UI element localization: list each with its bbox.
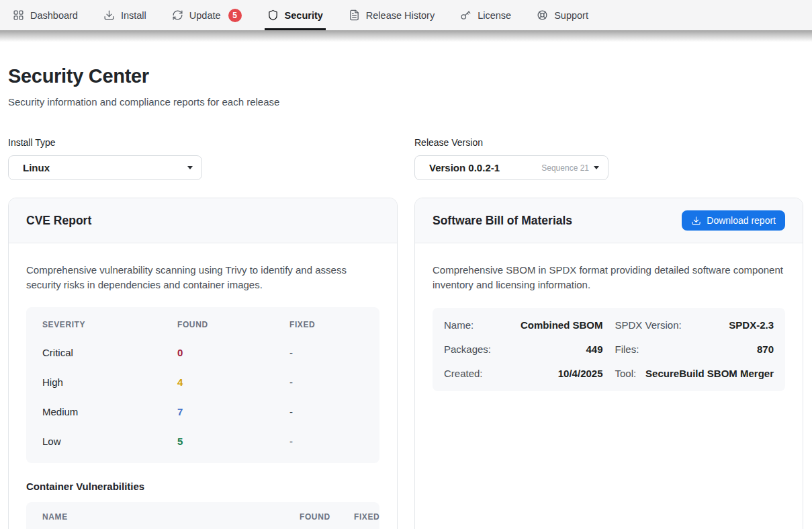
fixed-count: - <box>289 347 363 358</box>
nav-label: Update <box>189 10 221 21</box>
sbom-detail-created: Created: 10/4/2025 <box>444 362 603 386</box>
severity-name: Critical <box>42 347 177 358</box>
found-count: 4 <box>177 376 289 388</box>
fixed-count: - <box>289 406 363 417</box>
page-subtitle: Security information and compliance repo… <box>8 96 803 108</box>
top-navigation: Dashboard Install Update 5 Security Rele… <box>0 0 812 30</box>
name-column-header: NAME <box>42 512 300 522</box>
found-column-header: FOUND <box>177 320 289 329</box>
detail-value: 10/4/2025 <box>558 368 603 379</box>
found-count: 0 <box>177 347 289 358</box>
container-vulnerabilities-table-header: NAME FOUND FIXED <box>26 502 379 529</box>
severity-name: High <box>42 376 177 388</box>
release-version-value: Version 0.0.2-1 <box>429 162 500 173</box>
sbom-detail-spdx-version: SPDX Version: SPDX-2.3 <box>615 313 774 337</box>
nav-item-update[interactable]: Update 5 <box>162 0 252 30</box>
download-report-label: Download report <box>707 215 776 226</box>
fixed-count: - <box>289 436 363 447</box>
detail-label: Files: <box>615 343 639 355</box>
fixed-count: - <box>289 376 363 388</box>
table-row-high: High 4 - <box>26 368 379 397</box>
nav-item-release-history[interactable]: Release History <box>339 0 445 30</box>
download-icon <box>103 9 115 21</box>
nav-item-dashboard[interactable]: Dashboard <box>3 0 88 30</box>
shield-icon <box>267 9 279 21</box>
severity-name: Low <box>42 436 177 447</box>
severity-table-header: SEVERITY FOUND FIXED <box>26 311 379 338</box>
nav-label: License <box>478 10 511 21</box>
sbom-detail-files: Files: 870 <box>615 337 774 362</box>
detail-label: Created: <box>444 368 483 379</box>
key-icon <box>460 9 471 21</box>
container-vulnerabilities-title: Container Vulnerabilities <box>26 481 379 492</box>
found-count: 7 <box>177 406 289 417</box>
file-text-icon <box>349 9 360 21</box>
life-buoy-icon <box>537 9 548 21</box>
sbom-description: Comprehensive SBOM in SPDX format provid… <box>433 263 785 292</box>
refresh-icon <box>172 9 183 21</box>
sbom-detail-tool: Tool: SecureBuild SBOM Merger <box>615 362 774 386</box>
found-count: 5 <box>177 436 289 447</box>
cve-report-header: CVE Report <box>9 198 397 243</box>
fixed-column-header: FIXED <box>289 320 363 329</box>
install-type-label: Install Type <box>8 137 398 148</box>
table-row-critical: Critical 0 - <box>26 338 379 368</box>
cve-report-description: Comprehensive vulnerability scanning usi… <box>26 263 379 292</box>
nav-label: Dashboard <box>30 10 78 21</box>
release-version-label: Release Version <box>414 137 803 148</box>
severity-table: SEVERITY FOUND FIXED Critical 0 - High 4… <box>26 307 379 463</box>
sbom-details: Name: Combined SBOM SPDX Version: SPDX-2… <box>433 308 785 391</box>
sbom-title: Software Bill of Materials <box>433 214 572 228</box>
download-icon <box>691 216 701 226</box>
table-row-medium: Medium 7 - <box>26 397 379 427</box>
nav-label: Install <box>121 10 146 21</box>
release-sequence-label: Sequence 21 <box>541 163 589 173</box>
found-column-header: FOUND <box>300 512 354 522</box>
detail-value: 449 <box>586 343 602 355</box>
cve-report-card: CVE Report Comprehensive vulnerability s… <box>8 198 398 529</box>
nav-item-install[interactable]: Install <box>93 0 156 30</box>
dashboard-grid-icon <box>13 9 24 21</box>
nav-label: Support <box>554 10 588 21</box>
table-row-low: Low 5 - <box>26 427 379 456</box>
severity-column-header: SEVERITY <box>42 320 177 329</box>
severity-name: Medium <box>42 406 177 417</box>
nav-item-security[interactable]: Security <box>257 0 333 30</box>
install-type-filter: Install Type Linux <box>8 137 398 180</box>
detail-value: SecureBuild SBOM Merger <box>645 368 774 379</box>
nav-label: Release History <box>366 10 435 21</box>
install-type-value: Linux <box>23 162 50 173</box>
release-version-select[interactable]: Version 0.0.2-1 Sequence 21 <box>414 155 608 180</box>
chevron-down-icon <box>594 166 599 169</box>
fixed-column-header: FIXED <box>354 512 379 522</box>
download-report-button[interactable]: Download report <box>682 210 785 231</box>
install-type-select[interactable]: Linux <box>8 155 202 180</box>
nav-item-license[interactable]: License <box>450 0 521 30</box>
nav-shadow <box>0 30 812 42</box>
nav-label: Security <box>285 10 323 21</box>
cve-report-title: CVE Report <box>26 214 91 228</box>
detail-label: Tool: <box>615 368 637 379</box>
detail-value: 870 <box>757 343 774 355</box>
page-title: Security Center <box>8 65 803 87</box>
nav-item-support[interactable]: Support <box>527 0 598 30</box>
detail-value: Combined SBOM <box>521 319 603 331</box>
chevron-down-icon <box>187 166 193 169</box>
update-count-badge: 5 <box>228 9 242 22</box>
detail-value: SPDX-2.3 <box>729 319 774 331</box>
detail-label: Packages: <box>444 343 491 355</box>
sbom-detail-packages: Packages: 449 <box>444 337 603 362</box>
sbom-card: Software Bill of Materials Download repo… <box>414 198 803 529</box>
detail-label: SPDX Version: <box>615 319 682 331</box>
sbom-detail-name: Name: Combined SBOM <box>444 313 603 337</box>
release-version-filter: Release Version Version 0.0.2-1 Sequence… <box>414 137 803 180</box>
sbom-header: Software Bill of Materials Download repo… <box>415 198 803 243</box>
detail-label: Name: <box>444 319 473 331</box>
